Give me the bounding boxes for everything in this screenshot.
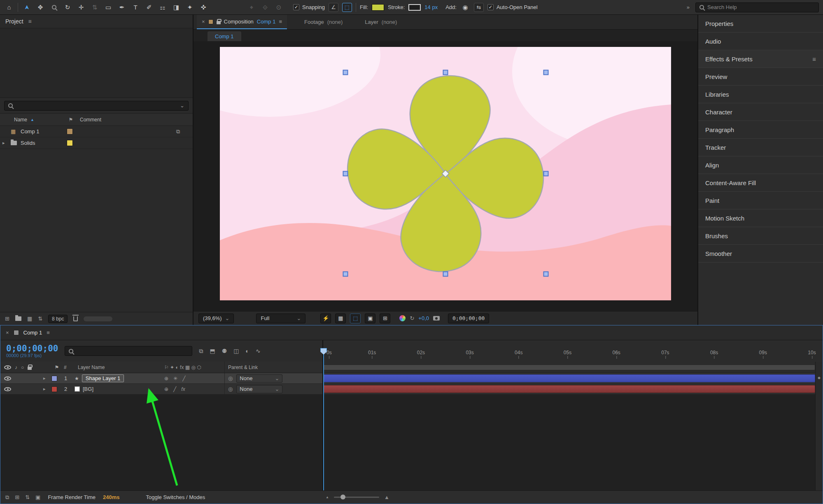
visibility-eye-icon[interactable] bbox=[4, 376, 11, 381]
panel-item-content-aware-fill[interactable]: Content-Aware Fill bbox=[698, 174, 823, 192]
help-search-box[interactable] bbox=[695, 2, 819, 12]
close-icon[interactable]: × bbox=[202, 19, 205, 25]
expand-chevron-icon[interactable]: ▸ bbox=[43, 376, 51, 381]
audio-column-icon[interactable]: ♪ bbox=[15, 365, 17, 370]
project-item-solids[interactable]: ▸ Solids bbox=[0, 137, 193, 149]
panel-item-brushes[interactable]: Brushes bbox=[698, 227, 823, 245]
panel-item-paragraph[interactable]: Paragraph bbox=[698, 121, 823, 139]
motion-blur-switch-icon[interactable]: ╱ bbox=[182, 376, 185, 381]
panel-item-audio[interactable]: Audio bbox=[698, 33, 823, 50]
new-composition-icon[interactable]: ▦ bbox=[27, 316, 32, 322]
panel-item-effects-presets[interactable]: Effects & Presets ≡ bbox=[698, 50, 823, 68]
brush-tool[interactable]: ✐ bbox=[144, 2, 154, 13]
layer-row-bg[interactable]: ▸ 2 [BG] ⊕ ╱ fx ◎ None bbox=[0, 384, 322, 395]
puppet-pin-tool[interactable]: ✜ bbox=[198, 2, 208, 13]
layer-name[interactable]: [BG] bbox=[83, 386, 93, 392]
panel-item-properties[interactable]: Properties bbox=[698, 15, 823, 33]
work-area-bar[interactable] bbox=[323, 365, 815, 370]
add-shape-button[interactable]: ◉ bbox=[460, 2, 470, 13]
work-area-row[interactable] bbox=[323, 362, 823, 373]
comment-column-header[interactable]: Comment bbox=[80, 117, 101, 123]
lock-column-icon[interactable] bbox=[28, 367, 32, 370]
tab-composition[interactable]: × Composition Comp 1 ≡ bbox=[197, 15, 287, 29]
magnification-dropdown[interactable]: (39,6%) ⌄ bbox=[198, 314, 234, 323]
pan-behind-tool[interactable]: ✛ bbox=[76, 2, 86, 13]
pen-tool[interactable]: ✒ bbox=[117, 2, 127, 13]
camera-switch-icon[interactable]: ▣ bbox=[35, 494, 40, 501]
panel-item-tracker[interactable]: Tracker bbox=[698, 139, 823, 156]
panel-menu-icon[interactable]: ≡ bbox=[812, 56, 816, 63]
lock-icon[interactable] bbox=[217, 21, 221, 24]
expand-chevron-icon[interactable]: ▸ bbox=[2, 140, 11, 146]
parent-dropdown[interactable]: None ⌄ bbox=[236, 385, 282, 393]
panel-menu-icon[interactable]: ≡ bbox=[47, 330, 50, 336]
sort-ascending-icon[interactable]: ▲ bbox=[30, 118, 34, 122]
mask-visibility-button[interactable]: ⬚ bbox=[350, 314, 361, 323]
stroke-width-value[interactable]: 14 px bbox=[424, 4, 438, 10]
quality-switch-icon[interactable]: ⊕ bbox=[164, 376, 168, 381]
caret-down-icon[interactable]: ⌄ bbox=[180, 102, 184, 109]
panel-menu-icon[interactable]: ≡ bbox=[279, 19, 282, 25]
tab-footage[interactable]: Footage (none) bbox=[299, 15, 347, 29]
transfer-controls-icon[interactable]: ⇅ bbox=[25, 494, 30, 501]
snap-to-features-button[interactable]: ⬚ bbox=[342, 3, 352, 12]
timeline-time-area[interactable]: 0s 01s 02s 03s 04s 05s 06s 07s 08s 09s 1… bbox=[323, 340, 823, 490]
shape-layer-duration-bar[interactable] bbox=[323, 374, 815, 382]
composition-canvas[interactable] bbox=[220, 47, 671, 300]
grid-button[interactable]: ⊞ bbox=[380, 314, 390, 323]
overflow-chevron-icon[interactable]: » bbox=[687, 4, 690, 10]
expand-layers-icon[interactable]: ⧉ bbox=[5, 494, 9, 501]
orbit-camera-tool[interactable]: ↻ bbox=[63, 2, 72, 13]
adjust-icon[interactable]: ⇅ bbox=[38, 316, 42, 322]
flowchart-icon[interactable]: ⧉ bbox=[176, 128, 193, 135]
name-column-header[interactable]: Name bbox=[14, 117, 27, 123]
selection-tool[interactable]: ➤ bbox=[22, 2, 32, 13]
type-tool[interactable]: T bbox=[131, 2, 140, 13]
exposure-value[interactable]: +0,0 bbox=[418, 315, 429, 321]
help-search-input[interactable] bbox=[707, 4, 815, 10]
auto-open-panel-toggle[interactable]: ✓ Auto-Open Panel bbox=[487, 4, 538, 10]
expand-chevron-icon[interactable]: ▸ bbox=[43, 386, 51, 392]
panel-item-preview[interactable]: Preview bbox=[698, 68, 823, 86]
transparency-grid-button[interactable]: ▦ bbox=[335, 314, 346, 323]
solo-column-icon[interactable]: ○ bbox=[21, 365, 24, 370]
current-time-block[interactable]: 0;00;00;00 00000 (29.97 fps) bbox=[6, 344, 58, 358]
snapping-checkbox[interactable]: ✓ bbox=[293, 4, 299, 10]
layer-row-shape-layer-1[interactable]: ▸ 1 ★ Shape Layer 1 ⊕ ✳ ╱ ◎ bbox=[0, 373, 322, 384]
timeline-timecode[interactable]: 0;00;00;00 bbox=[6, 344, 58, 353]
label-column-icon[interactable]: ⚑ bbox=[62, 117, 80, 123]
new-folder-icon[interactable] bbox=[15, 316, 21, 321]
bg-layer-duration-bar[interactable] bbox=[323, 385, 815, 393]
draft-3d-icon[interactable]: ⬒ bbox=[210, 348, 215, 354]
stroke-swatch[interactable] bbox=[408, 4, 421, 11]
rectangle-tool[interactable]: ▭ bbox=[103, 2, 113, 13]
add-remove-columns-icon[interactable]: ⊞ bbox=[15, 494, 19, 501]
layer-label-chip[interactable] bbox=[51, 386, 57, 392]
zoom-slider-knob[interactable] bbox=[340, 495, 345, 499]
timeline-search-input[interactable] bbox=[77, 348, 188, 354]
frame-blending-icon[interactable]: ◫ bbox=[233, 348, 239, 354]
pickwhip-icon[interactable]: ◎ bbox=[228, 375, 233, 381]
timeline-tab-label[interactable]: Comp 1 bbox=[23, 330, 42, 336]
zoom-slider-track[interactable] bbox=[334, 497, 379, 498]
zoom-out-mountain-icon[interactable]: ▲ bbox=[326, 495, 329, 499]
color-depth-badge[interactable]: 8 bpc bbox=[48, 315, 68, 323]
home-icon[interactable]: ⌂ bbox=[4, 2, 14, 13]
viewer-timecode[interactable]: 0;00;00;00 bbox=[448, 314, 489, 323]
motion-blur-icon[interactable]: ◐ bbox=[245, 348, 249, 354]
channel-wheel-icon[interactable] bbox=[399, 315, 406, 321]
tab-layer[interactable]: Layer (none) bbox=[360, 15, 402, 29]
comp-marker-button[interactable]: ◆ bbox=[818, 376, 821, 380]
zoom-tool[interactable] bbox=[49, 2, 59, 13]
time-ruler[interactable]: 0s 01s 02s 03s 04s 05s 06s 07s 08s 09s 1… bbox=[323, 340, 823, 362]
hide-shy-layers-icon[interactable]: ⚉ bbox=[222, 348, 227, 354]
workspace-button[interactable]: ⇆ bbox=[474, 3, 484, 12]
layer-label-chip[interactable] bbox=[51, 376, 57, 381]
panel-item-align[interactable]: Align bbox=[698, 156, 823, 174]
timeline-zoom-control[interactable]: ▲ ▲ bbox=[326, 494, 389, 500]
project-item-comp1[interactable]: ▦ Comp 1 ⧉ bbox=[0, 126, 193, 137]
delete-icon[interactable] bbox=[73, 316, 78, 321]
parent-dropdown[interactable]: None ⌄ bbox=[236, 374, 282, 383]
label-color-chip[interactable] bbox=[67, 128, 73, 135]
snap-to-edges-button[interactable]: ∠ bbox=[329, 3, 338, 12]
